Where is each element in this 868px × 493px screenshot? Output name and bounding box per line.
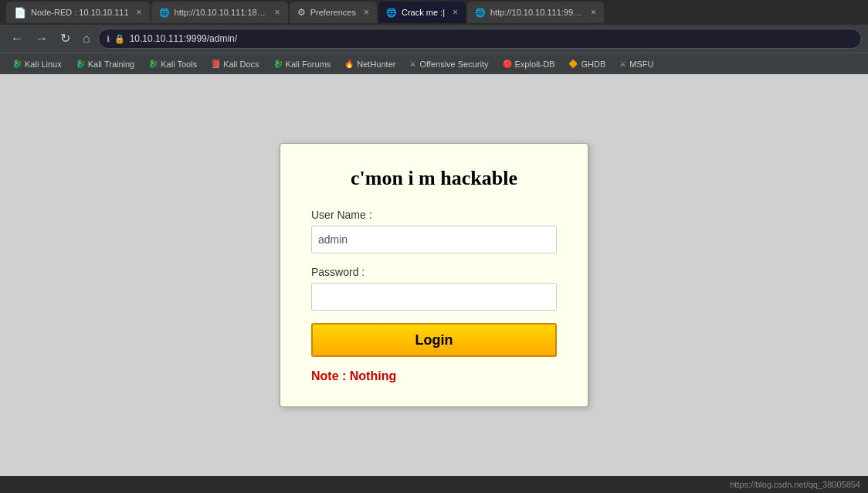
close-tab-admin[interactable]: × bbox=[591, 7, 596, 18]
username-input[interactable] bbox=[311, 226, 557, 253]
close-tab-preferences[interactable]: × bbox=[364, 7, 369, 18]
globe-icon-3: 🌐 bbox=[475, 8, 486, 18]
nethunter-icon: 🔥 bbox=[344, 60, 354, 68]
bookmarks-bar: 🐉 Kali Linux 🐉 Kali Training 🐉 Kali Tool… bbox=[0, 53, 868, 74]
bookmark-kali-forums[interactable]: 🐉 Kali Forums bbox=[267, 58, 337, 70]
bookmark-ghdb[interactable]: 🔶 GHDB bbox=[562, 58, 612, 70]
exploitdb-icon: 🔴 bbox=[503, 60, 512, 68]
page-title: c'mon i m hackable bbox=[311, 167, 557, 190]
bookmark-kali-docs[interactable]: 📕 Kali Docs bbox=[205, 58, 265, 70]
address-bar[interactable]: ℹ 🔒 10.10.10.111:9999/admin/ bbox=[98, 29, 862, 49]
bookmark-nethunter[interactable]: 🔥 NetHunter bbox=[338, 58, 402, 70]
gear-icon: ⚙ bbox=[297, 7, 306, 18]
tab-ve[interactable]: 🌐 http://10.10.10.111:1880/ve × bbox=[151, 2, 288, 23]
reload-button[interactable]: ↻ bbox=[56, 29, 75, 48]
address-text: 10.10.10.111:9999/admin/ bbox=[130, 33, 237, 44]
ghdb-icon: 🔶 bbox=[568, 60, 578, 68]
forward-button[interactable]: → bbox=[31, 29, 53, 48]
login-box: c'mon i m hackable User Name : Password … bbox=[280, 143, 588, 407]
kali-linux-icon: 🐉 bbox=[12, 60, 22, 68]
tab-node-red[interactable]: 📄 Node-RED : 10.10.10.111 × bbox=[6, 2, 150, 23]
login-button[interactable]: Login bbox=[311, 323, 557, 357]
info-icon: ℹ bbox=[107, 34, 110, 44]
tab-preferences[interactable]: ⚙ Preferences × bbox=[290, 2, 377, 23]
note-text: Note : Nothing bbox=[311, 369, 557, 383]
tab-admin[interactable]: 🌐 http://10.10.10.111:9999/ad × bbox=[467, 2, 604, 23]
lock-icon: 🔒 bbox=[114, 34, 125, 44]
kali-forums-icon: 🐉 bbox=[273, 60, 283, 68]
kali-tools-icon: 🐉 bbox=[148, 60, 158, 68]
kali-docs-icon: 📕 bbox=[211, 60, 220, 68]
msfu-icon: ⚔ bbox=[619, 60, 626, 68]
globe-icon-2: 🌐 bbox=[386, 8, 397, 18]
bookmark-kali-tools[interactable]: 🐉 Kali Tools bbox=[142, 58, 203, 70]
title-bar: 📄 Node-RED : 10.10.10.111 × 🌐 http://10.… bbox=[0, 0, 868, 25]
bookmark-kali-training[interactable]: 🐉 Kali Training bbox=[70, 58, 141, 70]
nav-bar: ← → ↻ ⌂ ℹ 🔒 10.10.10.111:9999/admin/ bbox=[0, 25, 868, 53]
status-bar: https://blog.csdn.net/qq_38005854 bbox=[0, 476, 868, 493]
close-tab-ve[interactable]: × bbox=[275, 7, 280, 18]
bookmark-msfu[interactable]: ⚔ MSFU bbox=[613, 58, 659, 70]
offsec-icon: ⚔ bbox=[409, 60, 416, 68]
home-button[interactable]: ⌂ bbox=[78, 29, 95, 48]
document-icon: 📄 bbox=[14, 7, 26, 19]
back-button[interactable]: ← bbox=[6, 29, 28, 48]
status-url-hint: https://blog.csdn.net/qq_38005854 bbox=[730, 480, 860, 489]
globe-icon-1: 🌐 bbox=[159, 8, 170, 18]
close-tab-crackme[interactable]: × bbox=[453, 7, 458, 18]
page-content: c'mon i m hackable User Name : Password … bbox=[0, 74, 868, 476]
kali-training-icon: 🐉 bbox=[76, 60, 85, 68]
tab-crackme[interactable]: 🌐 Crack me :| × bbox=[378, 2, 466, 23]
password-input[interactable] bbox=[311, 283, 557, 311]
close-tab-node-red[interactable]: × bbox=[137, 7, 142, 18]
bookmark-offensive-security[interactable]: ⚔ Offensive Security bbox=[403, 58, 494, 70]
bookmark-kali-linux[interactable]: 🐉 Kali Linux bbox=[6, 58, 68, 70]
username-label: User Name : bbox=[311, 209, 557, 221]
bookmark-exploit-db[interactable]: 🔴 Exploit-DB bbox=[497, 58, 561, 70]
password-label: Password : bbox=[311, 266, 557, 278]
